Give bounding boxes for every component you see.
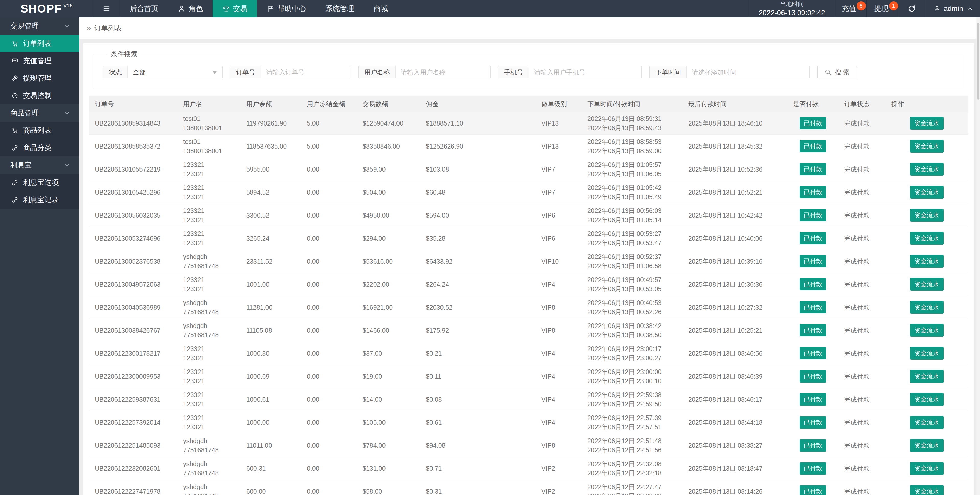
cell-user-account: 123321 (183, 422, 241, 431)
cell-user: yshdgdh7751681748 (178, 482, 241, 495)
breadcrumb: » 订单列表 (79, 18, 980, 39)
cell-order-no: UB2206130105425296 (89, 189, 178, 196)
user-name-input[interactable] (396, 66, 490, 78)
sidebar-item-recharge-mgmt[interactable]: 充值管理 (0, 52, 79, 70)
funds-flow-button[interactable]: 资金流水 (910, 301, 944, 314)
sidebar-item-order-list[interactable]: 订单列表 (0, 35, 79, 52)
sidebar-item-goods-list[interactable]: 商品列表 (0, 122, 79, 139)
nav-item-label: 角色 (189, 4, 203, 14)
cell-order-no: UB2206130053274696 (89, 235, 178, 242)
cell-order-pay-time: 2022年06月12日 23:00:172022年06月12日 23:00:27 (582, 344, 682, 362)
status-filter-group: 状态 全部 (103, 66, 223, 78)
cell-user-account: 123321 (183, 192, 241, 201)
cell-level: VIP4 (536, 419, 582, 426)
funds-flow-button[interactable]: 资金流水 (910, 347, 944, 360)
paid-badge: 已付款 (800, 324, 826, 337)
cell-commission: $103.08 (420, 166, 536, 173)
nav-item-roles[interactable]: 角色 (168, 0, 213, 18)
cell-amount: $16921.00 (357, 304, 420, 311)
scrollbar-thumb[interactable] (977, 23, 980, 100)
funds-flow-button[interactable]: 资金流水 (910, 255, 944, 268)
cell-order-no: UB2206130049572063 (89, 281, 178, 288)
funds-flow-button[interactable]: 资金流水 (910, 439, 944, 452)
funds-flow-button[interactable]: 资金流水 (910, 278, 944, 291)
cell-username: yshdgdh (183, 298, 241, 307)
cell-username: 123321 (183, 160, 241, 169)
funds-flow-button[interactable]: 资金流水 (910, 324, 944, 337)
sidebar-group-lixibao[interactable]: 利息宝 (0, 156, 79, 174)
sidebar-group-goods-mgmt[interactable]: 商品管理 (0, 104, 79, 122)
sidebar-item-goods-category[interactable]: 商品分类 (0, 139, 79, 156)
cell-level: VIP4 (536, 396, 582, 403)
search-button-label: 搜索 (835, 68, 851, 77)
funds-flow-button[interactable]: 资金流水 (910, 393, 944, 406)
nav-item-trade[interactable]: 交易 (213, 0, 257, 18)
phone-input[interactable] (529, 66, 641, 78)
cell-pay-time: 2022年06月13日 08:59:00 (587, 146, 682, 155)
local-time-block: 当地时间 2022-06-13 09:02:42 (750, 0, 834, 18)
cell-amount: $14.00 (357, 396, 420, 403)
withdraw-label: 提现 (874, 4, 889, 14)
order-time-input[interactable] (687, 66, 809, 78)
app-window: SHOPF V16 后台首页角色交易帮助中心系统管理商城 当地时间 2022-0… (0, 0, 980, 495)
refresh-button[interactable] (899, 0, 924, 18)
nav-item-system-mgmt[interactable]: 系统管理 (316, 0, 364, 18)
funds-flow-button[interactable]: 资金流水 (910, 485, 944, 495)
cell-last-pay-time: 2025年08月13日 10:27:32 (682, 303, 788, 312)
cell-username: yshdgdh (183, 459, 241, 468)
cell-pay-time: 2022年06月12日 22:30:02 (587, 492, 682, 495)
cell-order-pay-time: 2022年06月13日 00:56:032022年06月13日 01:05:14 (582, 206, 682, 225)
funds-flow-button[interactable]: 资金流水 (910, 163, 944, 176)
nav-item-dashboard[interactable]: 后台首页 (120, 0, 168, 18)
cell-order-pay-time: 2022年06月13日 00:52:372022年06月13日 01:06:58 (582, 252, 682, 270)
sidebar-item-withdraw-mgmt[interactable]: 提现管理 (0, 70, 79, 87)
table-row: UB22061300495720631233211233211001.000.0… (89, 273, 968, 295)
funds-flow-button[interactable]: 资金流水 (910, 209, 944, 222)
funds-flow-button[interactable]: 资金流水 (910, 117, 944, 129)
cell-actions: 资金流水 (886, 163, 968, 176)
phone-label: 手机号 (498, 66, 529, 78)
cell-paid: 已付款 (788, 324, 838, 337)
withdraw-nav-button[interactable]: 提现 1 (866, 0, 899, 18)
cell-username: 123321 (183, 413, 241, 422)
vertical-scrollbar[interactable] (977, 18, 980, 495)
sidebar-item-lixibao-records[interactable]: 利息宝记录 (0, 191, 79, 209)
order-no-input[interactable] (261, 66, 350, 78)
cell-paid: 已付款 (788, 232, 838, 244)
cell-level: VIP6 (536, 212, 582, 219)
sidebar-item-lixibao-options[interactable]: 利息宝选项 (0, 174, 79, 191)
sidebar-group-label: 交易管理 (10, 21, 39, 31)
funds-flow-button[interactable]: 资金流水 (910, 416, 944, 429)
cell-actions: 资金流水 (886, 347, 968, 360)
recharge-nav-button[interactable]: 充值 6 (834, 0, 866, 18)
nav-item-mall[interactable]: 商城 (364, 0, 398, 18)
sidebar-item-trade-control[interactable]: 交易控制 (0, 87, 79, 104)
funds-flow-button[interactable]: 资金流水 (910, 186, 944, 199)
nav-item-help-center[interactable]: 帮助中心 (257, 0, 316, 18)
cell-balance: 119790261.90 (241, 120, 301, 127)
cell-last-pay-time: 2025年08月13日 10:39:16 (682, 257, 788, 266)
recharge-label: 充值 (842, 4, 856, 14)
sidebar-group-trade-mgmt[interactable]: 交易管理 (0, 18, 79, 35)
cell-last-pay-time: 2025年08月13日 08:44:18 (682, 418, 788, 427)
funds-flow-button[interactable]: 资金流水 (910, 462, 944, 475)
funds-flow-button[interactable]: 资金流水 (910, 140, 944, 153)
cell-actions: 资金流水 (886, 255, 968, 268)
cell-order-status: 完成付款 (838, 487, 886, 495)
user-menu[interactable]: admin (924, 0, 980, 18)
cell-user-account: 123321 (183, 353, 241, 362)
cell-frozen: 0.00 (301, 166, 357, 173)
column-header: 是否付款 (788, 100, 838, 108)
funds-flow-button[interactable]: 资金流水 (910, 232, 944, 245)
cell-actions: 资金流水 (886, 186, 968, 199)
search-button[interactable]: 搜索 (817, 66, 858, 78)
cell-last-pay-time: 2025年08月13日 10:52:36 (682, 165, 788, 174)
cell-actions: 资金流水 (886, 324, 968, 337)
cell-username: 123321 (183, 344, 241, 353)
sidebar-toggle-button[interactable] (93, 0, 120, 18)
status-select[interactable]: 全部 (128, 66, 222, 78)
cell-order-pay-time: 2022年06月12日 23:00:002022年06月12日 23:00:10 (582, 367, 682, 386)
column-header: 佣金 (420, 100, 536, 108)
cell-order-no: UB2206130040536989 (89, 304, 178, 311)
funds-flow-button[interactable]: 资金流水 (910, 370, 944, 383)
